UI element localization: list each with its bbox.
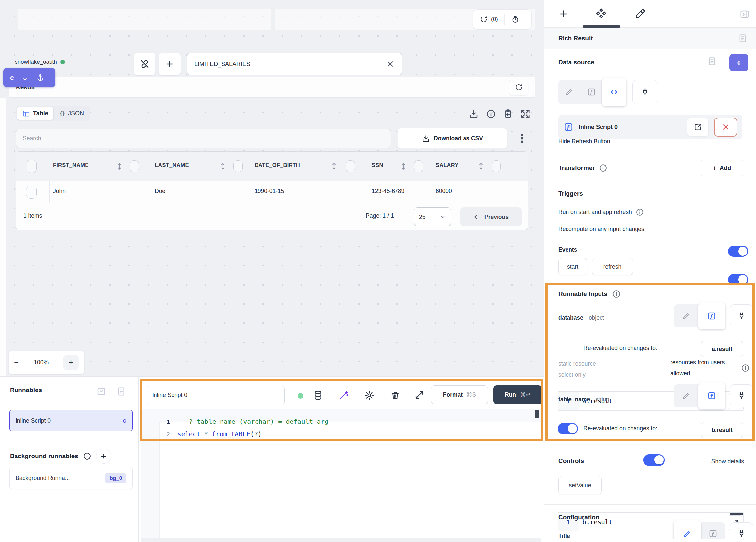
clipboard-import-icon[interactable] <box>503 109 513 119</box>
zoom-in-button[interactable]: + <box>63 355 79 370</box>
mode-code-button[interactable] <box>602 78 626 106</box>
dependency-pill-b-result[interactable]: b.result <box>701 422 743 438</box>
event-start-button[interactable]: start <box>558 258 587 275</box>
mode-function-button[interactable] <box>580 80 602 104</box>
collapse-all-icon[interactable] <box>96 387 106 396</box>
download-csv-button[interactable]: Download as CSV <box>397 128 507 149</box>
kebab-menu-icon[interactable] <box>516 132 528 145</box>
sort-icon[interactable] <box>399 162 408 171</box>
rich-result-widget[interactable]: Result Table {} JSON <box>9 77 535 360</box>
result-search-input[interactable] <box>23 135 384 142</box>
zoom-out-button[interactable]: − <box>14 357 19 368</box>
widget-selection-badge[interactable]: c <box>3 68 55 87</box>
move-down-icon[interactable] <box>21 74 29 82</box>
collapse-panel-icon[interactable] <box>740 9 750 19</box>
column-checkbox[interactable] <box>233 160 243 172</box>
select-all-checkbox[interactable] <box>27 160 37 173</box>
refresh-runs-button[interactable]: (0) <box>473 10 504 29</box>
mode-function-button[interactable] <box>698 302 725 329</box>
sort-icon[interactable] <box>115 162 124 171</box>
run-history-button[interactable] <box>505 10 526 29</box>
row-checkbox[interactable] <box>26 186 37 199</box>
column-checkbox[interactable] <box>492 160 501 172</box>
run-on-start-toggle[interactable] <box>728 246 748 257</box>
delete-button[interactable] <box>390 390 400 400</box>
run-button[interactable]: Run ⌘↵ <box>493 385 542 404</box>
add-transformer-button[interactable]: + Add <box>701 158 743 178</box>
title-value-field[interactable] <box>558 539 744 542</box>
add-column-button[interactable] <box>158 53 181 75</box>
recompute-toggle[interactable] <box>728 274 748 285</box>
column-checkbox[interactable] <box>130 160 139 172</box>
tab-json[interactable]: {} JSON <box>55 107 89 119</box>
document-list-icon[interactable] <box>738 34 747 43</box>
data-source-title: Data source <box>558 59 594 66</box>
info-icon[interactable] <box>741 364 750 372</box>
mode-static-button[interactable] <box>558 80 580 104</box>
event-refresh-button[interactable]: refresh <box>592 258 633 275</box>
column-header[interactable]: SSN <box>372 162 383 168</box>
info-icon[interactable] <box>599 164 607 172</box>
column-checkbox[interactable] <box>414 160 423 172</box>
script-name-field[interactable] <box>147 386 285 404</box>
add-background-runnable-button[interactable] <box>96 449 111 464</box>
resources-from-users-toggle[interactable] <box>643 454 665 466</box>
tab-table[interactable]: Table <box>17 107 53 120</box>
editor-scrollbar-thumb[interactable] <box>535 410 539 418</box>
format-button[interactable]: Format ⌘S <box>431 385 488 404</box>
sort-icon[interactable] <box>477 162 485 171</box>
clear-icon[interactable] <box>386 60 395 68</box>
table-row[interactable]: John Doe 1990-01-15 123-45-6789 60000 <box>16 181 528 203</box>
selected-data-source-row[interactable]: Inline Script 0 <box>558 115 742 139</box>
column-header[interactable]: LAST_NAME <box>155 162 189 168</box>
connect-input-button[interactable] <box>730 384 753 407</box>
show-details-link[interactable]: Show details <box>711 458 744 465</box>
editor-hscrollbar[interactable] <box>141 538 541 542</box>
column-header[interactable]: SALARY <box>436 162 458 168</box>
table-select-field[interactable] <box>187 53 402 75</box>
result-toolbar <box>469 109 530 119</box>
result-refresh-button[interactable] <box>509 80 528 95</box>
database-button[interactable] <box>313 390 323 400</box>
remove-data-source-button[interactable] <box>714 118 737 137</box>
runnable-item-background-0[interactable]: Background Runna... bg_0 <box>9 467 133 489</box>
info-icon[interactable] <box>636 208 644 216</box>
column-header[interactable]: DATE_OF_BIRTH <box>255 162 300 168</box>
mode-function-button[interactable] <box>698 382 725 409</box>
add-component-tab-icon[interactable] <box>558 9 569 19</box>
code-line-2[interactable]: 2select*fromTABLE(?) <box>141 423 262 446</box>
mode-static-button[interactable] <box>674 384 698 407</box>
script-name-input[interactable] <box>152 392 279 399</box>
result-search-field[interactable] <box>16 129 391 148</box>
connect-input-button[interactable] <box>730 304 753 327</box>
document-list-icon[interactable] <box>707 57 717 66</box>
info-icon[interactable] <box>486 109 496 119</box>
column-checkbox[interactable] <box>346 160 355 172</box>
anchor-icon[interactable] <box>36 74 44 82</box>
unlink-button[interactable] <box>133 53 156 75</box>
control-setvalue-button[interactable]: setValue <box>558 476 602 494</box>
page-size-select[interactable]: 25 <box>414 207 451 226</box>
styles-tab-icon[interactable] <box>634 8 646 20</box>
table-select-input[interactable] <box>194 61 386 68</box>
download-icon[interactable] <box>469 109 479 119</box>
dependency-pill-a-result[interactable]: a.result <box>701 341 743 357</box>
mode-static-button[interactable] <box>674 304 698 327</box>
component-link-badge[interactable]: c <box>729 54 748 71</box>
settings-button[interactable] <box>364 390 374 400</box>
expand-icon[interactable] <box>520 109 530 119</box>
connect-source-button[interactable] <box>632 80 658 104</box>
components-tab-icon[interactable] <box>595 7 608 20</box>
ai-assist-button[interactable] <box>339 390 349 400</box>
expand-editor-button[interactable] <box>415 390 424 400</box>
open-script-button[interactable] <box>687 118 709 136</box>
reeval-database-toggle[interactable] <box>558 423 578 434</box>
document-list-icon[interactable] <box>116 387 126 396</box>
runnable-item-inline-script-0[interactable]: Inline Script 0 c <box>9 410 133 431</box>
info-icon[interactable] <box>83 452 91 460</box>
info-icon[interactable] <box>612 290 621 298</box>
sort-icon[interactable] <box>219 162 227 171</box>
column-header[interactable]: FIRST_NAME <box>53 162 88 168</box>
previous-page-button[interactable]: Previous <box>460 207 522 226</box>
sort-icon[interactable] <box>330 162 338 171</box>
